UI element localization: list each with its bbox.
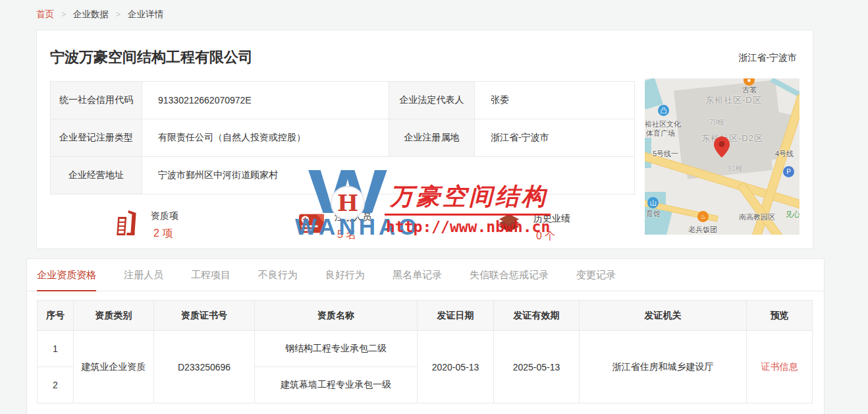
field-label: 企业登记注册类型	[51, 119, 142, 157]
field-value: 91330212662070972E	[142, 82, 389, 119]
qualification-table: 序号 资质类别 资质证书号 资质名称 发证日期 发证有效期 发证机关 预览 1 …	[37, 300, 813, 403]
map-label: 育馆	[646, 209, 661, 219]
breadcrumb-home[interactable]: 首页	[36, 9, 54, 20]
stat-value: 2 项	[151, 227, 178, 241]
map-label: 78幢	[709, 117, 724, 127]
breadcrumb: 首页 > 企业数据 > 企业详情	[36, 9, 163, 20]
map-label: 见心	[786, 210, 800, 220]
column-header: 发证有效期	[494, 301, 580, 331]
breadcrumb-company-detail[interactable]: 企业详情	[128, 9, 163, 20]
company-info-table: 统一社会信用代码 91330212662070972E 企业法定代表人 张委 企…	[50, 81, 635, 194]
tab-registered-personnel[interactable]: 注册人员	[124, 269, 163, 291]
map-label: 南高教园区	[739, 212, 775, 222]
map-label: 古茗	[742, 85, 757, 95]
stadium-poi-icon[interactable]: 山	[647, 197, 659, 208]
page-title: 宁波万豪空间结构工程有限公司	[50, 47, 253, 67]
certificate-info-link[interactable]: 证书信息	[761, 361, 798, 372]
field-label: 企业注册属地	[389, 119, 475, 157]
stat-label: 注册人员	[335, 212, 371, 223]
tab-qualifications[interactable]: 企业资质资格	[37, 269, 96, 291]
map-label: 5号线一	[653, 149, 678, 159]
column-header: 发证日期	[418, 301, 494, 331]
stat-label: 资质项	[151, 210, 178, 222]
column-header: 预览	[747, 301, 813, 331]
map-pin-icon	[714, 136, 730, 158]
column-header: 资质名称	[255, 301, 418, 331]
field-value: 有限责任公司（自然人投资或控股）	[142, 119, 389, 157]
cell-qualification: 建筑幕墙工程专业承包一级	[255, 367, 418, 403]
company-region: 浙江省-宁波市	[738, 52, 797, 64]
cell-seq: 2	[38, 367, 74, 403]
map-label: 老兵饭团	[688, 225, 717, 235]
cell-issue-date: 2020-05-13	[418, 331, 494, 403]
stat-value: 5 名	[335, 228, 371, 242]
map-label: 东裕社区-D2区	[701, 133, 763, 144]
field-value: 宁波市鄞州区中河街道顾家村	[142, 157, 635, 194]
company-card: 宁波万豪空间结构工程有限公司 浙江省-宁波市 统一社会信用代码 91330212…	[36, 30, 813, 249]
tab-change-records[interactable]: 变更记录	[576, 269, 616, 291]
tab-bar: 企业资质资格 注册人员 工程项目 不良行为 良好行为 黑名单记录 失信联合惩戒记…	[27, 259, 824, 291]
field-label: 企业法定代表人	[389, 82, 475, 119]
column-header: 序号	[38, 301, 74, 331]
layers-icon	[497, 212, 523, 239]
column-header: 资质证书号	[154, 301, 255, 331]
cell-authority: 浙江省住房和城乡建设厅	[580, 331, 747, 403]
map-label: 91幢	[728, 163, 743, 173]
field-value: 张委	[475, 82, 635, 119]
parking-icon[interactable]: P	[783, 166, 794, 177]
cell-expiry-date: 2025-05-13	[494, 331, 580, 403]
tab-good-behavior[interactable]: 良好行为	[325, 269, 365, 291]
cell-cert-no: D233250696	[154, 331, 255, 403]
culture-poi-icon[interactable]: 凸	[658, 105, 669, 116]
stat-registered-personnel[interactable]: 注册人员 5 名	[298, 210, 371, 242]
column-header: 资质类别	[74, 301, 154, 331]
cell-preview: 证书信息	[747, 331, 813, 403]
tab-blacklist[interactable]: 黑名单记录	[393, 269, 442, 291]
company-location-map[interactable]: ● 凸 P 山 ♨ 古茗 东裕社区-D区 78幢 东裕社区-D2区 裕社区文化 …	[645, 78, 800, 235]
table-row: 企业登记注册类型 有限责任公司（自然人投资或控股） 企业注册属地 浙江省-宁波市	[51, 119, 635, 157]
detail-card: 企业资质资格 注册人员 工程项目 不良行为 良好行为 黑名单记录 失信联合惩戒记…	[26, 258, 825, 414]
map-label: 东裕社区-D区	[705, 94, 762, 106]
map-label: 裕社区文化	[645, 119, 681, 129]
field-label: 企业经营地址	[51, 157, 142, 194]
table-row: 统一社会信用代码 91330212662070972E 企业法定代表人 张委	[51, 82, 635, 119]
certificate-icon	[298, 210, 324, 238]
field-label: 统一社会信用代码	[51, 82, 142, 119]
tab-bad-behavior[interactable]: 不良行为	[258, 269, 298, 291]
stat-history-performance[interactable]: 历史业绩 0 个	[497, 212, 570, 243]
stat-value: 0 个	[533, 229, 570, 243]
stat-label: 历史业绩	[533, 213, 570, 225]
table-row: 企业经营地址 宁波市鄞州区中河街道顾家村	[51, 157, 635, 194]
map-label: 体育广场	[646, 129, 675, 138]
field-value: 浙江省-宁波市	[475, 119, 635, 157]
restaurant-poi-icon[interactable]: ♨	[697, 211, 709, 222]
table-row: 1 建筑业企业资质 D233250696 钢结构工程专业承包二级 2020-05…	[38, 331, 813, 367]
tab-projects[interactable]: 工程项目	[191, 269, 231, 291]
table-header-row: 序号 资质类别 资质证书号 资质名称 发证日期 发证有效期 发证机关 预览	[38, 301, 813, 331]
breadcrumb-separator: >	[116, 10, 121, 19]
building-icon	[114, 209, 140, 237]
map-label: 4号线	[775, 149, 794, 159]
column-header: 发证机关	[580, 301, 747, 331]
breadcrumb-separator: >	[61, 10, 66, 19]
stat-qualifications[interactable]: 资质项 2 项	[114, 209, 178, 241]
breadcrumb-company-data[interactable]: 企业数据	[73, 9, 109, 20]
cell-seq: 1	[38, 331, 74, 367]
tab-dishonesty-records[interactable]: 失信联合惩戒记录	[470, 269, 549, 291]
cell-category: 建筑业企业资质	[74, 331, 154, 403]
cell-qualification: 钢结构工程专业承包二级	[255, 331, 418, 367]
